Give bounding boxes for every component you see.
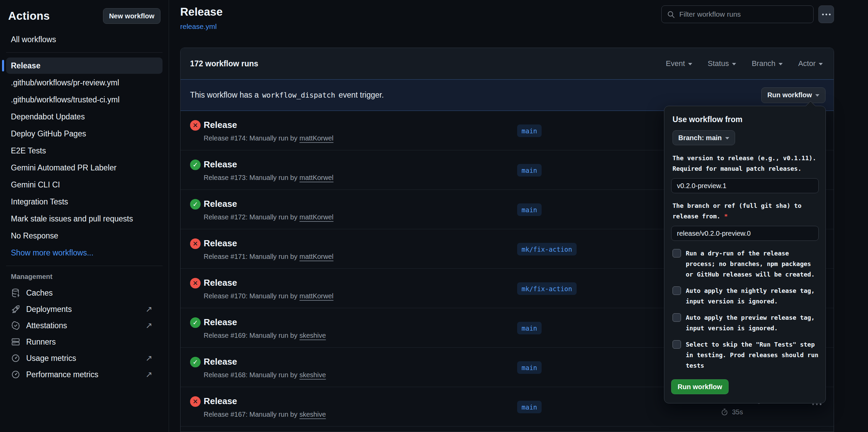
management-item-label: Runners (26, 337, 56, 347)
branch-badge[interactable]: main (517, 401, 542, 413)
sidebar-item-deploy-github-pages[interactable]: Deploy GitHub Pages (6, 126, 163, 142)
run-actor-link[interactable]: mattKorwel (300, 253, 334, 260)
run-status-icon (190, 199, 201, 210)
filter-actor[interactable]: Actor (798, 59, 823, 68)
run-title[interactable]: Release (204, 396, 237, 406)
dialog-checkbox-row[interactable]: Auto apply the preview release tag, inpu… (673, 312, 819, 333)
sidebar-header: Actions New workflow (8, 0, 160, 31)
runs-filters: Event Status Branch Actor (666, 59, 824, 68)
branch-badge[interactable]: main (517, 164, 542, 177)
sidebar-item-github-workflows-trusted-ci-yml[interactable]: .github/workflows/trusted-ci.yml (6, 92, 163, 108)
management-item-runners[interactable]: Runners (8, 334, 160, 350)
verified-icon (11, 321, 20, 330)
page-header: Release release.yml (180, 0, 834, 31)
sidebar-item-gemini-automated-pr-labeler[interactable]: Gemini Automated PR Labeler (6, 160, 163, 176)
run-status-icon (190, 278, 201, 288)
run-title[interactable]: Release (204, 278, 237, 288)
run-status-icon (190, 357, 201, 367)
checkbox[interactable] (673, 286, 681, 295)
run-title[interactable]: Release (204, 159, 237, 170)
banner-text: This workflow has a (190, 90, 259, 100)
run-options-button[interactable] (812, 403, 821, 405)
run-status-icon (190, 120, 201, 131)
sidebar-item-integration-tests[interactable]: Integration Tests (6, 194, 163, 210)
management-item-attestations[interactable]: Attestations ↗ (8, 317, 160, 334)
checkbox[interactable] (673, 340, 681, 349)
run-actor-link[interactable]: mattKorwel (300, 213, 334, 221)
checkbox[interactable] (673, 313, 681, 322)
run-actor-link[interactable]: mattKorwel (300, 292, 334, 300)
management-item-usage-metrics[interactable]: Usage metrics ↗ (8, 350, 160, 366)
run-subtitle: Release #168: Manually run byskeshive (204, 371, 326, 379)
run-status-icon (190, 238, 201, 249)
management-item-caches[interactable]: Caches (8, 285, 160, 301)
dialog-checkbox-row[interactable]: Run a dry-run of the release process; no… (673, 248, 819, 280)
management-item-label: Usage metrics (26, 354, 76, 363)
workflow-file-link[interactable]: release.yml (180, 22, 217, 30)
run-actor-link[interactable]: skeshive (300, 371, 326, 379)
sidebar-item-e2e-tests[interactable]: E2E Tests (6, 143, 163, 159)
branch-badge[interactable]: mk/fix-action (517, 282, 577, 295)
branch-selector[interactable]: Branch: main (673, 130, 735, 145)
checkbox[interactable] (673, 249, 681, 257)
sidebar-item-no-response[interactable]: No Response (6, 228, 163, 244)
management-item-performance-metrics[interactable]: Performance metrics ↗ (8, 366, 160, 383)
filter-label: Branch (752, 59, 776, 68)
checkbox-label: Select to skip the "Run Tests" step in t… (686, 339, 818, 371)
sidebar-divider (6, 266, 163, 266)
version-input-description: The version to release (e.g., v0.1.11). … (673, 153, 817, 174)
run-actor-link[interactable]: mattKorwel (300, 134, 334, 142)
management-item-label: Attestations (26, 321, 67, 330)
sidebar-item-release[interactable]: Release (6, 57, 163, 74)
branch-badge[interactable]: main (517, 322, 542, 334)
actions-page: Actions New workflow All workflows Relea… (0, 0, 868, 432)
sidebar-item-github-workflows-pr-review-yml[interactable]: .github/workflows/pr-review.yml (6, 74, 163, 91)
sidebar-item-all-workflows[interactable]: All workflows (6, 31, 163, 48)
search-input[interactable] (679, 10, 808, 18)
branch-badge[interactable]: mk/fix-action (517, 243, 577, 255)
run-subtitle: Release #169: Manually run byskeshive (204, 332, 326, 339)
new-workflow-button[interactable]: New workflow (103, 8, 160, 24)
run-title[interactable]: Release (204, 356, 237, 367)
run-title[interactable]: Release (204, 120, 237, 130)
run-actor-link[interactable]: skeshive (300, 332, 326, 339)
run-workflow-submit-button[interactable]: Run workflow (671, 379, 729, 394)
dialog-checkbox-row[interactable]: Select to skip the "Run Tests" step in t… (673, 339, 819, 371)
version-input[interactable] (671, 178, 819, 193)
management-item-label: Caches (26, 288, 53, 298)
external-link-icon: ↗ (146, 304, 158, 314)
branch-badge[interactable]: main (517, 124, 542, 137)
dialog-checkbox-row[interactable]: Auto apply the nightly release tag, inpu… (673, 285, 819, 306)
management-section-label: Management (11, 273, 158, 281)
workflow-options-button[interactable] (818, 5, 834, 23)
run-subtitle: Release #170: Manually run bymattKorwel (204, 292, 334, 300)
run-title[interactable]: Release (204, 238, 237, 249)
dialog-title: Use workflow from (673, 115, 817, 124)
filter-status[interactable]: Status (708, 59, 736, 68)
sidebar-item-mark-stale-issues-and-pull-requests[interactable]: Mark stale issues and pull requests (6, 211, 163, 227)
branch-badge[interactable]: main (517, 361, 542, 374)
sidebar-item-label: .github/workflows/pr-review.yml (11, 78, 119, 87)
filter-runs-search (661, 5, 814, 23)
filter-branch[interactable]: Branch (752, 59, 783, 68)
header-controls (661, 5, 834, 23)
run-status-icon (190, 317, 201, 328)
sidebar-item-label: Mark stale issues and pull requests (11, 214, 133, 223)
kebab-icon (812, 403, 814, 405)
external-link-icon: ↗ (146, 370, 158, 379)
run-title[interactable]: Release (204, 199, 237, 209)
run-workflow-dropdown-button[interactable]: Run workflow (761, 87, 826, 103)
run-title[interactable]: Release (204, 317, 237, 328)
management-item-deployments[interactable]: Deployments ↗ (8, 301, 160, 317)
chevron-down-icon (815, 94, 819, 97)
ref-input[interactable] (671, 226, 819, 241)
sidebar-item-dependabot-updates[interactable]: Dependabot Updates (6, 109, 163, 125)
run-actor-link[interactable]: mattKorwel (300, 174, 334, 181)
run-actor-link[interactable]: skeshive (300, 411, 326, 418)
sidebar-item-gemini-cli-ci[interactable]: Gemini CLI CI (6, 177, 163, 193)
run-subtitle: Release #173: Manually run bymattKorwel (204, 174, 334, 182)
filter-event[interactable]: Event (666, 59, 692, 68)
sidebar-item-show-more-workflows[interactable]: Show more workflows... (6, 245, 163, 261)
branch-badge[interactable]: main (517, 203, 542, 216)
run-subtitle: Release #167: Manually run byskeshive (204, 411, 326, 418)
